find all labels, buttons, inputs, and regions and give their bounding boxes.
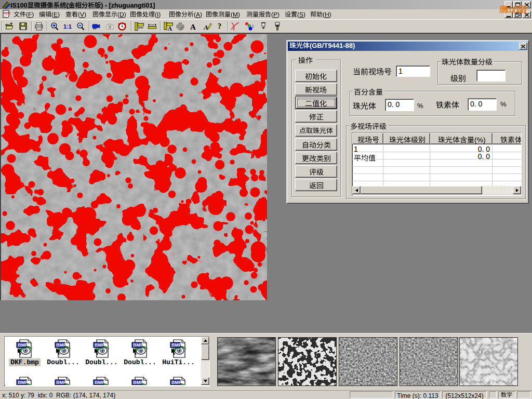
svg-text:BMP: BMP [171, 380, 182, 385]
svg-text:A: A [190, 23, 196, 31]
svg-text:BMP: BMP [56, 342, 66, 348]
svg-text:BMP: BMP [95, 342, 105, 348]
svg-text:BMP: BMP [133, 342, 143, 348]
svg-text:BMP: BMP [95, 380, 105, 385]
svg-text:BMP: BMP [18, 342, 28, 348]
svg-text:A: A [203, 23, 208, 31]
svg-text:BMP: BMP [133, 380, 143, 385]
svg-text:DOC: DOC [4, 11, 10, 15]
svg-text:A: A [168, 25, 172, 31]
svg-text:BMP: BMP [171, 342, 182, 348]
svg-text:BMP: BMP [56, 380, 66, 385]
svg-text:3: 3 [252, 24, 254, 28]
svg-text:BMP: BMP [18, 380, 28, 385]
svg-text:?: ? [218, 22, 221, 30]
svg-text:1:1: 1:1 [63, 23, 72, 30]
